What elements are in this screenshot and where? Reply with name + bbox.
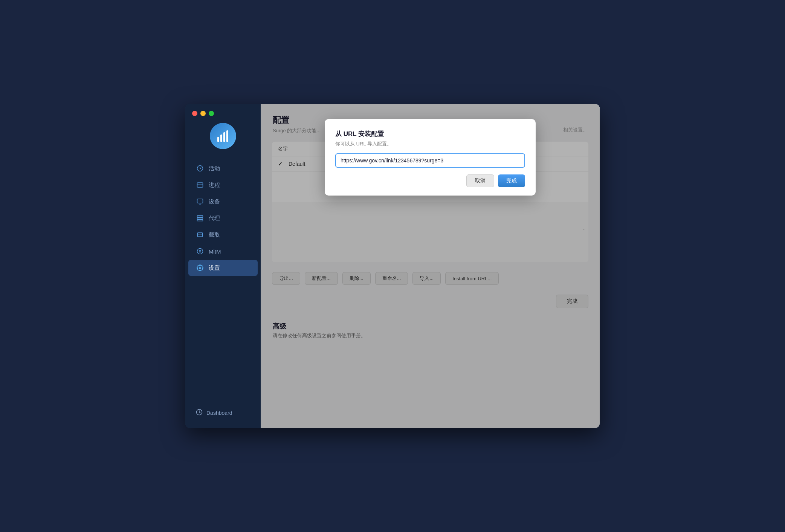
sidebar-item-proxy-label: 代理 xyxy=(209,215,220,222)
traffic-lights xyxy=(192,111,214,116)
dashboard-icon xyxy=(196,409,203,417)
modal-confirm-button[interactable]: 完成 xyxy=(498,174,525,187)
modal-title: 从 URL 安装配置 xyxy=(335,130,525,138)
svg-rect-1 xyxy=(220,135,222,142)
modal-backdrop: 从 URL 安装配置 你可以从 URL 导入配置。 取消 完成 xyxy=(261,104,600,428)
sidebar-item-mitm[interactable]: MitM xyxy=(188,243,258,259)
svg-rect-13 xyxy=(197,233,203,237)
sidebar-item-process-label: 进程 xyxy=(209,182,220,189)
sidebar-item-settings-label: 设置 xyxy=(209,264,220,272)
app-window: 活动 进程 设备 xyxy=(185,104,600,428)
sidebar-item-activity-label: 活动 xyxy=(209,165,220,172)
svg-rect-10 xyxy=(197,216,203,217)
install-url-modal: 从 URL 安装配置 你可以从 URL 导入配置。 取消 完成 xyxy=(325,119,536,196)
dashboard-item[interactable]: Dashboard xyxy=(188,405,258,420)
app-logo xyxy=(210,123,236,149)
svg-rect-2 xyxy=(223,132,225,142)
gauge-icon xyxy=(196,164,204,173)
sidebar-item-device-label: 设备 xyxy=(209,198,220,205)
svg-point-17 xyxy=(199,267,201,269)
main-content: 配置 Surge 的大部分功能... 名字 描述 ✓ Default 导出...… xyxy=(261,104,600,428)
maximize-button[interactable] xyxy=(209,111,214,116)
sidebar-item-capture-label: 截取 xyxy=(209,231,220,238)
sidebar-item-mitm-label: MitM xyxy=(209,248,221,255)
sidebar-item-settings[interactable]: 设置 xyxy=(188,260,258,276)
sidebar-item-capture[interactable]: 截取 xyxy=(188,227,258,243)
svg-rect-11 xyxy=(197,218,203,219)
sidebar-item-device[interactable]: 设备 xyxy=(188,194,258,209)
svg-rect-12 xyxy=(197,220,203,221)
capture-icon xyxy=(196,231,204,239)
svg-point-15 xyxy=(197,249,203,254)
sidebar-item-process[interactable]: 进程 xyxy=(188,177,258,193)
close-button[interactable] xyxy=(192,111,197,116)
server-icon xyxy=(196,214,204,222)
sidebar-item-proxy[interactable]: 代理 xyxy=(188,210,258,226)
nav-bottom: Dashboard xyxy=(185,405,261,420)
modal-cancel-button[interactable]: 取消 xyxy=(466,174,494,187)
sidebar: 活动 进程 设备 xyxy=(185,104,261,428)
lock-icon xyxy=(196,247,204,255)
window-icon xyxy=(196,181,204,189)
modal-buttons: 取消 完成 xyxy=(335,174,525,187)
svg-rect-0 xyxy=(217,137,219,142)
gear-icon xyxy=(196,264,204,272)
nav-items: 活动 进程 设备 xyxy=(185,161,261,276)
svg-rect-5 xyxy=(197,183,203,187)
svg-rect-3 xyxy=(226,130,228,142)
url-input[interactable] xyxy=(335,153,525,168)
svg-point-16 xyxy=(199,251,201,252)
minimize-button[interactable] xyxy=(200,111,206,116)
modal-subtitle: 你可以从 URL 导入配置。 xyxy=(335,141,525,147)
sidebar-item-activity[interactable]: 活动 xyxy=(188,161,258,176)
dashboard-label: Dashboard xyxy=(206,410,232,416)
monitor-icon xyxy=(196,197,204,206)
svg-rect-7 xyxy=(197,199,203,203)
